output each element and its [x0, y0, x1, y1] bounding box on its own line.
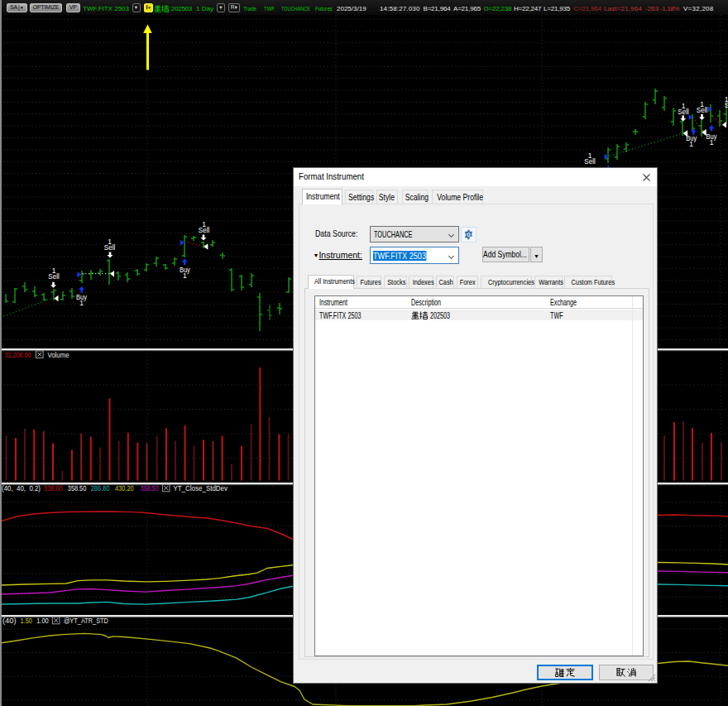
svg-text:1: 1 — [710, 138, 714, 146]
svg-text:Sell: Sell — [697, 106, 708, 114]
svg-text:430.20: 430.20 — [115, 483, 134, 492]
svg-text:Sell: Sell — [48, 272, 60, 281]
svg-text:358.50: 358.50 — [141, 483, 159, 492]
svg-text:YT_Close_StdDev: YT_Close_StdDev — [174, 483, 228, 492]
svg-text:538.00: 538.00 — [44, 483, 62, 492]
svg-text:Volume: Volume — [48, 350, 69, 359]
svg-text:Sell: Sell — [104, 243, 116, 252]
svg-text:1: 1 — [183, 271, 187, 280]
svg-text:@YT_ATR_STD: @YT_ATR_STD — [64, 616, 108, 625]
svg-text:Sell: Sell — [678, 108, 689, 116]
svg-text:Sell: Sell — [584, 157, 596, 166]
svg-text:32,208.00: 32,208.00 — [5, 350, 31, 359]
svg-text:1.00: 1.00 — [36, 616, 49, 625]
svg-text:Sell: Sell — [199, 226, 210, 234]
svg-text:(40): (40) — [2, 616, 17, 625]
svg-text:286.80: 286.80 — [91, 483, 110, 492]
svg-text:1.50: 1.50 — [21, 616, 33, 625]
svg-text:358.50: 358.50 — [68, 483, 87, 492]
svg-text:(40, 40, 0.2): (40, 40, 0.2) — [2, 483, 41, 492]
svg-text:1: 1 — [689, 140, 693, 148]
svg-text:S: S — [725, 101, 728, 109]
svg-text:1: 1 — [79, 299, 84, 307]
